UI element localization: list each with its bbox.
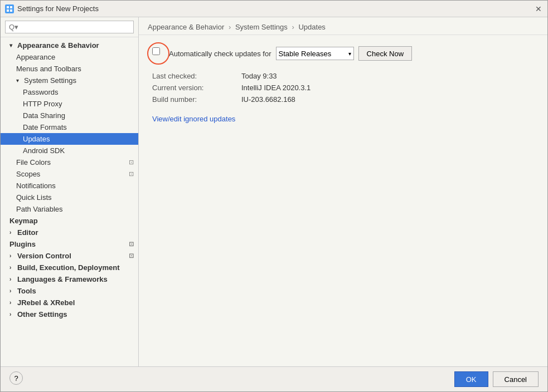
checkbox-wrapper <box>152 47 164 60</box>
expand-arrow: › <box>9 311 15 317</box>
sidebar-item-other-settings[interactable]: › Other Settings <box>1 308 138 320</box>
svg-rect-2 <box>7 9 9 12</box>
view-edit-link[interactable]: View/edit ignored updates <box>152 115 235 123</box>
sidebar-item-path-variables[interactable]: Path Variables <box>1 203 138 215</box>
sidebar-item-appearance-behavior[interactable]: ▾ Appearance & Behavior <box>1 40 138 51</box>
sidebar-item-passwords[interactable]: Passwords <box>1 86 138 98</box>
cancel-button[interactable]: Cancel <box>493 371 539 387</box>
build-number-value: IU-203.6682.168 <box>241 95 534 104</box>
sidebar-item-version-control[interactable]: › Version Control ⊡ <box>1 250 138 262</box>
sidebar-item-tools[interactable]: › Tools <box>1 285 138 297</box>
sidebar-item-date-formats[interactable]: Date Formats <box>1 121 138 133</box>
search-input[interactable] <box>5 21 134 33</box>
ok-button[interactable]: OK <box>454 371 488 387</box>
check-now-button[interactable]: Check Now <box>358 46 412 61</box>
expand-arrow: › <box>9 253 15 259</box>
breadcrumb-part-3: Updates <box>298 23 325 31</box>
sidebar-item-editor[interactable]: › Editor <box>1 227 138 238</box>
dialog-title: Settings for New Projects <box>17 4 531 13</box>
auto-check-row: Automatically check updates for Stable R… <box>152 46 534 61</box>
breadcrumb: Appearance & Behavior › System Settings … <box>139 17 547 35</box>
svg-rect-0 <box>7 6 9 8</box>
search-box <box>1 17 138 37</box>
svg-rect-3 <box>10 9 12 12</box>
dropdown-arrow-icon: ▾ <box>348 51 351 57</box>
expand-arrow: › <box>9 264 15 271</box>
dialog-footer: ? OK Cancel <box>1 366 547 391</box>
breadcrumb-sep: › <box>229 23 231 31</box>
sidebar-item-quick-lists[interactable]: Quick Lists <box>1 192 138 203</box>
external-link-icon: ⊡ <box>129 170 134 178</box>
dialog-body: ▾ Appearance & Behavior Appearance Menus… <box>1 17 547 366</box>
build-number-label: Build number: <box>152 95 241 104</box>
sidebar-item-plugins[interactable]: Plugins ⊡ <box>1 238 138 250</box>
info-grid: Last checked: Today 9:33 Current version… <box>152 72 534 104</box>
close-button[interactable]: ✕ <box>534 4 543 13</box>
app-icon <box>5 4 14 13</box>
sidebar-item-updates[interactable]: Updates <box>1 133 138 145</box>
external-link-icon: ⊡ <box>129 252 134 259</box>
sidebar-item-http-proxy[interactable]: HTTP Proxy <box>1 98 138 110</box>
last-checked-label: Last checked: <box>152 72 241 80</box>
expand-arrow: › <box>9 300 15 306</box>
sidebar-item-notifications[interactable]: Notifications <box>1 180 138 192</box>
breadcrumb-sep: › <box>292 23 294 31</box>
breadcrumb-part-2: System Settings <box>235 23 288 31</box>
help-button[interactable]: ? <box>9 371 23 385</box>
expand-arrow: ▾ <box>9 42 15 48</box>
external-link-icon: ⊡ <box>129 241 134 248</box>
sidebar-item-languages-frameworks[interactable]: › Languages & Frameworks <box>1 273 138 285</box>
dropdown-value: Stable Releases <box>279 50 332 58</box>
stable-releases-dropdown[interactable]: Stable Releases ▾ <box>276 47 354 60</box>
expand-arrow: › <box>9 229 15 236</box>
auto-check-label: Automatically check updates for <box>169 50 271 58</box>
sidebar-item-scopes[interactable]: Scopes ⊡ <box>1 168 138 180</box>
settings-dialog: Settings for New Projects ✕ ▾ Appearance… <box>0 0 548 392</box>
current-version-value: IntelliJ IDEA 2020.3.1 <box>241 84 534 92</box>
sidebar: ▾ Appearance & Behavior Appearance Menus… <box>1 17 139 366</box>
sidebar-item-file-colors[interactable]: File Colors ⊡ <box>1 156 138 168</box>
content-area: Automatically check updates for Stable R… <box>139 35 547 366</box>
sidebar-item-keymap[interactable]: Keymap <box>1 215 138 227</box>
breadcrumb-part-1: Appearance & Behavior <box>148 23 224 31</box>
sidebar-item-menus-toolbars[interactable]: Menus and Toolbars <box>1 63 138 75</box>
main-content: Appearance & Behavior › System Settings … <box>139 17 547 366</box>
auto-check-checkbox[interactable] <box>152 47 160 55</box>
sidebar-item-system-settings[interactable]: ▾ System Settings <box>1 75 138 86</box>
expand-arrow: ▾ <box>16 77 22 84</box>
sidebar-item-android-sdk[interactable]: Android SDK <box>1 145 138 156</box>
last-checked-value: Today 9:33 <box>241 72 534 80</box>
expand-arrow: › <box>9 288 15 294</box>
sidebar-item-build-execution[interactable]: › Build, Execution, Deployment <box>1 262 138 273</box>
title-bar: Settings for New Projects ✕ <box>1 1 547 17</box>
sidebar-item-data-sharing[interactable]: Data Sharing <box>1 110 138 121</box>
svg-rect-1 <box>10 6 12 8</box>
current-version-label: Current version: <box>152 84 241 92</box>
sidebar-item-appearance[interactable]: Appearance <box>1 51 138 63</box>
expand-arrow: › <box>9 276 15 282</box>
sidebar-tree: ▾ Appearance & Behavior Appearance Menus… <box>1 37 138 366</box>
sidebar-item-jrebel[interactable]: › JRebel & XRebel <box>1 297 138 308</box>
external-link-icon: ⊡ <box>129 159 134 166</box>
